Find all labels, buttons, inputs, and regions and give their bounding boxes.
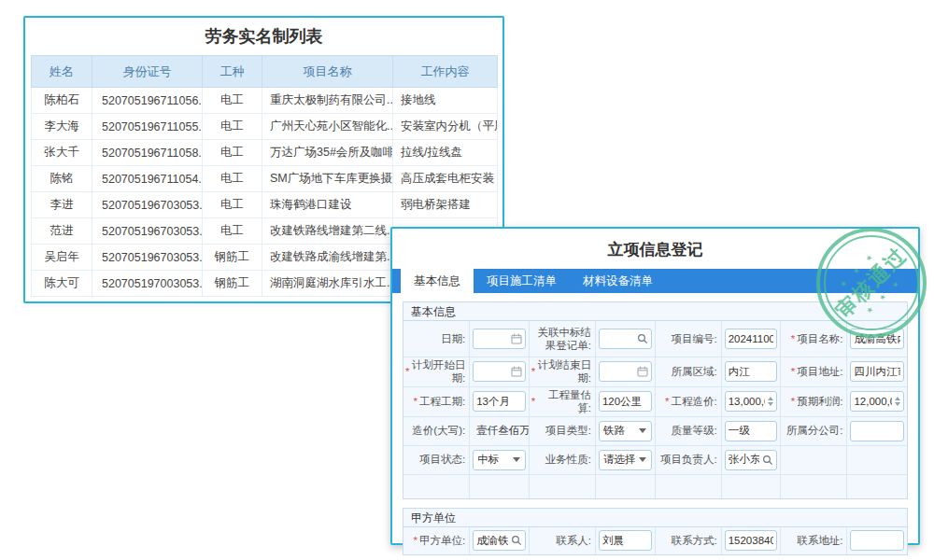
business-nature-select[interactable]: 请选择 (599, 450, 652, 470)
tab-material-equipment-list[interactable]: 材料设备清单 (570, 269, 666, 293)
form-row: *计划开始日期: *计划结束日期: 所属区域: *项目地址: (403, 357, 907, 386)
required-marker: * (405, 365, 409, 378)
field-quality-grade (722, 416, 782, 445)
cell-project-name[interactable]: 珠海鹤港口建设 (262, 192, 393, 218)
label-project-no: 项目编号: (656, 321, 722, 357)
required-marker: * (414, 395, 417, 408)
project-name-input[interactable] (851, 329, 903, 348)
cell-id-number: 520705196711056... (92, 88, 203, 114)
date-input[interactable] (474, 329, 511, 348)
quantity-estimate-input[interactable] (600, 392, 651, 411)
form-title: 立项信息登记 (392, 238, 918, 262)
number-stepper[interactable] (768, 397, 773, 406)
branch-company-input[interactable] (851, 422, 903, 441)
bid-result-input[interactable] (600, 329, 637, 348)
field-quantity-estimate (596, 386, 656, 416)
cell-work-content: 安装室内分机（平层... (393, 114, 498, 140)
empty-cell (530, 474, 596, 498)
field-plan-start (470, 357, 530, 386)
col-header-id-number: 身份证号 (92, 56, 203, 88)
roster-title: 劳务实名制列表 (25, 18, 502, 55)
cell-project-name[interactable]: 万达广场35#会所及咖啡... (262, 140, 393, 166)
cell-name[interactable]: 张大千 (32, 140, 92, 166)
label-region: 所属区域: (656, 357, 722, 386)
cell-name[interactable]: 李进 (32, 192, 92, 218)
empty-cell (656, 474, 722, 498)
chevron-down-icon (639, 457, 646, 462)
label-duration: *工程工期: (403, 386, 470, 416)
project-manager-input[interactable] (726, 451, 763, 469)
project-address-input[interactable] (851, 362, 903, 381)
party-unit-input[interactable] (474, 531, 511, 550)
search-icon[interactable] (637, 333, 648, 344)
tab-basic-info[interactable]: 基本信息 (401, 269, 474, 293)
label-project-name: *项目名称: (781, 321, 847, 357)
field-project-no (722, 321, 782, 357)
project-no-input[interactable] (726, 329, 777, 348)
cell-trade: 电工 (203, 114, 262, 140)
expected-profit-input[interactable] (851, 392, 895, 411)
quality-grade-input[interactable] (726, 422, 777, 441)
cell-id-number: 520705196711058... (92, 140, 203, 166)
cell-project-name[interactable]: 湖南洞庭湖水库引水工... (262, 271, 393, 297)
col-header-name: 姓名 (32, 56, 92, 88)
calendar-icon[interactable] (511, 333, 522, 344)
label-contact-person: 联系人: (530, 527, 596, 554)
cell-name[interactable]: 范进 (32, 218, 92, 245)
field-branch-company (847, 416, 907, 445)
cell-name[interactable]: 陈铭 (32, 166, 92, 192)
cell-project-name[interactable]: 改建铁路成渝线增建第... (262, 245, 393, 271)
number-stepper[interactable] (895, 397, 900, 406)
tab-construction-list[interactable]: 项目施工清单 (474, 269, 570, 293)
label-business-nature: 业务性质: (530, 445, 596, 474)
cell-project-name[interactable]: 广州天心苑小区智能化... (262, 114, 393, 140)
form-row-empty (403, 474, 907, 498)
project-status-select[interactable]: 中标 (473, 450, 526, 470)
field-contact-address (847, 527, 907, 554)
plan-start-input[interactable] (474, 362, 511, 381)
plan-end-input[interactable] (600, 362, 637, 381)
cell-project-name[interactable]: 改建铁路线增建第二线... (262, 218, 393, 245)
cell-id-number: 520705196703053... (92, 192, 203, 218)
calendar-icon[interactable] (511, 366, 522, 377)
cell-trade: 电工 (203, 166, 262, 192)
cell-project-name[interactable]: 重庆太极制药有限公司... (262, 88, 393, 114)
search-icon[interactable] (762, 455, 773, 466)
cell-name[interactable]: 陈大可 (32, 271, 92, 297)
empty-cell (470, 474, 530, 498)
field-project-address (847, 357, 907, 386)
section-party-a: 甲方单位 *甲方单位: 联系人: 联系方式: 联系地址: (403, 508, 908, 555)
empty-cell (722, 474, 782, 498)
required-marker: * (791, 395, 795, 408)
field-project-cost (722, 386, 782, 416)
cell-name[interactable]: 陈柏石 (32, 88, 92, 114)
label-cost-in-words: 造价(大写): (403, 416, 470, 445)
field-business-nature: 请选择 (596, 445, 656, 474)
project-cost-input[interactable] (726, 392, 769, 411)
field-bid-result (596, 321, 656, 357)
required-marker: * (531, 365, 535, 378)
cell-project-name[interactable]: SM广场地下车库更换摄... (262, 166, 393, 192)
region-input[interactable] (726, 362, 777, 381)
duration-input[interactable] (474, 392, 525, 411)
form-row: 日期: 关联中标结果登记单: 项目编号: *项目名称: (403, 321, 907, 357)
section-basic-info: 基本信息 日期: 关联中标结果登记单: 项目编号: *项目名称: (403, 301, 908, 499)
contact-phone-input[interactable] (726, 531, 777, 550)
calendar-icon[interactable] (637, 366, 648, 377)
cell-name[interactable]: 吴启年 (32, 245, 92, 271)
cell-id-number: 520705196703053... (92, 218, 203, 245)
label-project-cost: *工程造价: (656, 386, 722, 416)
project-type-select[interactable]: 铁路 (599, 421, 652, 441)
cell-name[interactable]: 李大海 (32, 114, 92, 140)
field-project-type: 铁路 (596, 416, 656, 445)
field-contact-person (596, 527, 656, 554)
label-plan-start: *计划开始日期: (403, 357, 470, 386)
form-tab-bar: 基本信息 项目施工清单 材料设备清单 (392, 269, 918, 293)
label-branch-company: 所属分公司: (781, 416, 847, 445)
cell-trade: 电工 (203, 218, 262, 245)
field-date (470, 321, 530, 357)
contact-address-input[interactable] (851, 531, 903, 550)
search-icon[interactable] (511, 535, 522, 546)
empty-cell (403, 474, 470, 498)
contact-person-input[interactable] (600, 531, 651, 550)
